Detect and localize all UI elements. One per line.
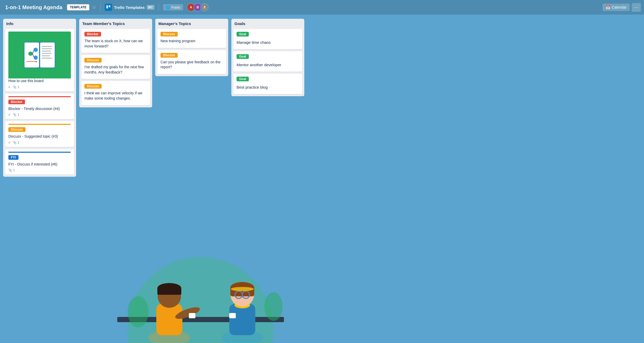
- card-goal-mentor[interactable]: Goal Mentor another developer: [233, 51, 302, 72]
- badge-discuss: Discuss: [160, 53, 178, 58]
- card-team-blocker[interactable]: Blocker The team is stuck on X, how can …: [81, 29, 150, 53]
- column-manager-topics: Manager's Topics Discuss New training pr…: [155, 19, 228, 76]
- card-meta: ≡ 📎 1: [8, 141, 71, 144]
- more-options-button[interactable]: ···: [632, 3, 641, 12]
- card-title: How to use this board: [8, 78, 71, 84]
- badge-discuss: Discuss: [160, 32, 178, 36]
- svg-rect-28: [42, 48, 52, 49]
- header-divider-2: [159, 4, 159, 11]
- card-how-to-use[interactable]: ← x How to use this board ≡ 📎 1: [5, 29, 74, 91]
- column-cards-manager-topics: Discuss New training program Discuss Can…: [155, 28, 228, 76]
- svg-rect-0: [107, 5, 108, 9]
- lines-icon: ≡: [8, 141, 10, 144]
- header-divider: [100, 4, 101, 11]
- svg-rect-27: [42, 46, 52, 47]
- column-header-manager-topics: Manager's Topics: [155, 19, 228, 28]
- card-title: Best practice blog: [237, 84, 299, 90]
- workspace-code: BC: [147, 5, 154, 10]
- card-goal-blog[interactable]: Goal Best practice blog: [233, 74, 302, 94]
- svg-point-34: [34, 48, 38, 52]
- calendar-button[interactable]: 📅 Calendar: [603, 4, 630, 11]
- card-meta: 📎 1: [8, 168, 71, 172]
- avatar-group: A B 🐶: [187, 3, 209, 11]
- color-bar-red: [8, 96, 71, 97]
- card-title: New training program: [160, 39, 223, 44]
- workspace-name: Trello Templates: [114, 5, 145, 10]
- badge-goal: Goal: [237, 77, 249, 81]
- svg-rect-1: [109, 5, 110, 8]
- globe-icon: 🌐: [166, 5, 170, 9]
- svg-point-33: [28, 52, 33, 56]
- card-meta: ≡ 📎 1: [8, 85, 71, 89]
- badge-discuss: Discuss: [84, 84, 102, 89]
- attachment-count: 📎 1: [13, 113, 19, 117]
- card-blocker-timely[interactable]: Blocker Blocker - Timely discussion (#4)…: [5, 94, 74, 119]
- column-cards-goals: Goal Manage time chaos Goal Mentor anoth…: [231, 28, 304, 96]
- card-manager-training[interactable]: Discuss New training program: [157, 29, 226, 48]
- column-header-goals: Goals: [231, 19, 304, 28]
- visibility-badge[interactable]: 🌐 Public: [163, 4, 183, 10]
- lines-icon: ≡: [8, 113, 10, 117]
- svg-point-35: [34, 56, 38, 60]
- trello-icon: [105, 4, 112, 11]
- column-header-info: Info: [3, 19, 76, 28]
- calendar-icon: 📅: [606, 5, 610, 9]
- card-manager-feedback[interactable]: Discuss Can you please give feedback on …: [157, 50, 226, 74]
- color-bar-blue: [8, 152, 71, 153]
- card-team-discuss-goals[interactable]: Discuss I've drafted my goals for the ne…: [81, 55, 150, 79]
- attachment-count: 📎 1: [8, 168, 15, 172]
- card-title: Can you please give feedback on the repo…: [160, 60, 223, 70]
- column-team-topics: Team Member's Topics Blocker The team is…: [79, 19, 152, 107]
- badge-goal: Goal: [237, 32, 249, 36]
- workspace-logo-area: Trello Templates BC: [105, 4, 154, 11]
- svg-text:←: ←: [25, 60, 28, 63]
- header-right: 📅 Calendar ···: [603, 3, 641, 12]
- column-cards-team-topics: Blocker The team is stuck on X, how can …: [79, 28, 152, 107]
- badge-fyi: FYI: [8, 155, 18, 160]
- column-goals: Goals Goal Manage time chaos Goal Mentor…: [231, 19, 304, 96]
- header: 1-on-1 Meeting Agenda TEMPLATE ☆ Trello …: [0, 0, 644, 15]
- avatar: 🐶: [200, 3, 209, 11]
- card-goal-time-chaos[interactable]: Goal Manage time chaos: [233, 29, 302, 49]
- card-discuss-suggested[interactable]: Discuss Discuss - Suggested topic (#3) ≡…: [5, 121, 74, 147]
- board: Info: [0, 15, 644, 343]
- attachment-count: 📎 1: [13, 141, 19, 144]
- column-header-team-topics: Team Member's Topics: [79, 19, 152, 28]
- card-title: FYI - Discuss if interested (#6): [8, 162, 71, 167]
- card-title: I think we can improve velocity if we ma…: [84, 91, 147, 101]
- badge-discuss: Discuss: [8, 127, 26, 132]
- card-title: Discuss - Suggested topic (#3): [8, 134, 71, 139]
- svg-rect-29: [42, 51, 51, 52]
- card-team-discuss-velocity[interactable]: Discuss I think we can improve velocity …: [81, 81, 150, 105]
- card-title: Manage time chaos: [237, 40, 299, 45]
- color-bar-orange: [8, 124, 71, 125]
- attachment-count: 📎 1: [13, 85, 19, 89]
- svg-rect-31: [42, 55, 50, 56]
- badge-goal: Goal: [237, 54, 249, 59]
- column-info: Info: [3, 19, 76, 177]
- lines-icon: ≡: [8, 85, 10, 89]
- board-title: 1-on-1 Meeting Agenda: [3, 3, 64, 11]
- info-image: ← x: [8, 32, 71, 78]
- svg-rect-30: [42, 53, 52, 54]
- card-title: I've drafted my goals for the next few m…: [84, 65, 147, 75]
- board-wrapper: Info: [0, 15, 644, 343]
- badge-discuss: Discuss: [84, 58, 102, 63]
- column-cards-info: ← x How to use this board ≡ 📎 1 Blocker …: [3, 28, 76, 177]
- card-fyi[interactable]: FYI FYI - Discuss if interested (#6) 📎 1: [5, 149, 74, 175]
- card-title: Mentor another developer: [237, 62, 299, 68]
- svg-text:x: x: [36, 60, 37, 63]
- badge-blocker: Blocker: [84, 32, 101, 36]
- template-badge[interactable]: TEMPLATE: [67, 4, 89, 10]
- calendar-label: Calendar: [612, 5, 627, 9]
- card-meta: ≡ 📎 1: [8, 113, 71, 117]
- badge-blocker: Blocker: [8, 100, 25, 104]
- star-icon[interactable]: ☆: [92, 4, 96, 10]
- card-title: Blocker - Timely discussion (#4): [8, 106, 71, 112]
- card-title: The team is stuck on X, how can we move …: [84, 39, 147, 49]
- visibility-label: Public: [171, 5, 181, 9]
- svg-rect-32: [42, 58, 52, 59]
